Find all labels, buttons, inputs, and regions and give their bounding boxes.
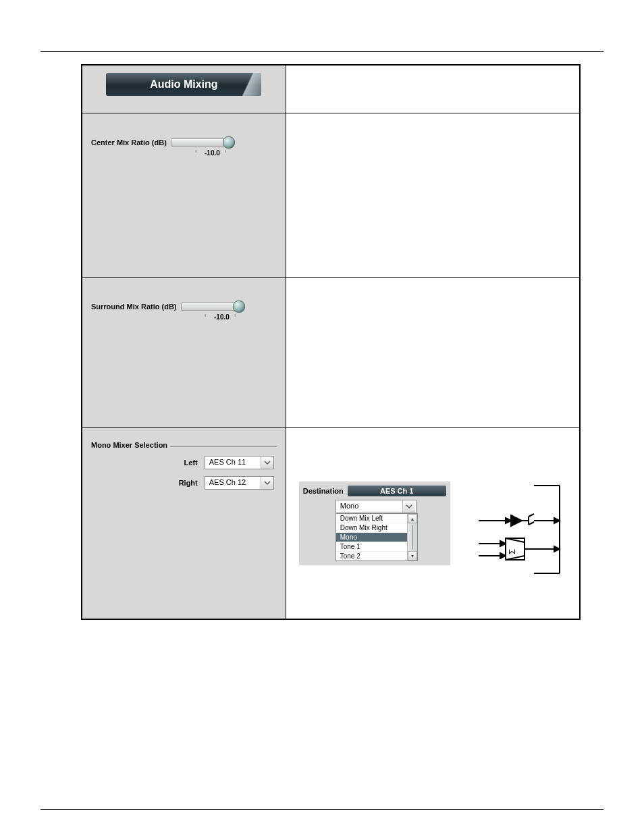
svg-marker-1 — [506, 518, 511, 523]
banner-title: Audio Mixing — [150, 78, 217, 90]
mono-legend-rule — [170, 446, 277, 447]
scroll-up-icon[interactable]: ▴ — [408, 514, 417, 523]
chevron-down-icon — [264, 479, 271, 486]
destination-combo-btn[interactable] — [402, 500, 415, 513]
controls-table: Audio Mixing Center Mix Ratio (dB) ıı — [81, 64, 581, 620]
audio-mixing-banner: Audio Mixing — [106, 73, 261, 96]
destination-combo-value: Mono — [336, 500, 402, 513]
destination-channel: AES Ch 1 — [348, 486, 446, 496]
chevron-down-icon — [406, 503, 412, 510]
routing-diagram: Σ — [466, 481, 561, 576]
center-mix-value: -10.0 — [91, 149, 277, 157]
cell-mono-right: Destination AES Ch 1 Mono — [286, 428, 580, 620]
cell-banner-right — [286, 65, 580, 113]
row-center-mix: Center Mix Ratio (dB) ıı -10.0 — [82, 113, 580, 278]
cell-banner-left: Audio Mixing — [82, 65, 286, 113]
cell-surround-right — [286, 278, 580, 428]
footer-rule — [41, 809, 603, 810]
svg-marker-9 — [500, 541, 506, 546]
center-mix-panel: Center Mix Ratio (dB) ıı -10.0 — [87, 130, 281, 163]
list-item[interactable]: Tone 2 — [336, 551, 417, 561]
center-mix-slider[interactable] — [171, 138, 233, 147]
mono-left-row: Left AES Ch 11 — [91, 456, 277, 469]
list-item[interactable]: Down Mix Right — [336, 523, 417, 532]
cell-center-right — [286, 113, 580, 278]
center-mix-row: Center Mix Ratio (dB) — [91, 138, 277, 147]
mono-right-row: Right AES Ch 12 — [91, 476, 277, 490]
mono-legend-row: Mono Mixer Selection — [91, 441, 277, 449]
destination-header: Destination AES Ch 1 — [303, 486, 446, 496]
sigma-icon: Σ — [507, 549, 517, 554]
center-mix-thumb[interactable] — [223, 136, 235, 149]
cell-surround-left: Surround Mix Ratio (dB) ıı -10.0 — [82, 278, 286, 428]
list-item-selected[interactable]: Mono — [336, 532, 417, 542]
right-flex: Destination AES Ch 1 Mono — [299, 481, 561, 576]
mono-left-value: AES Ch 11 — [205, 457, 261, 469]
mono-left-combo[interactable]: AES Ch 11 — [205, 456, 274, 469]
surround-mix-value: -10.0 — [91, 313, 277, 321]
row-mono: Mono Mixer Selection Left AES Ch 11 — [82, 428, 580, 620]
cell-center-left: Center Mix Ratio (dB) ıı -10.0 — [82, 113, 286, 278]
mono-legend: Mono Mixer Selection — [91, 441, 167, 449]
spacer — [41, 620, 603, 782]
row-surround-mix: Surround Mix Ratio (dB) ıı -10.0 — [82, 278, 580, 428]
surround-mix-slider[interactable] — [181, 303, 243, 311]
destination-listbox[interactable]: Down Mix Left Down Mix Right Mono Tone 1… — [336, 513, 418, 561]
svg-marker-7 — [554, 518, 560, 523]
destination-combo[interactable]: Mono — [336, 500, 417, 513]
destination-panel: Destination AES Ch 1 Mono — [299, 481, 450, 565]
header-rule — [41, 51, 603, 52]
surround-mix-panel: Surround Mix Ratio (dB) ıı -10.0 — [87, 294, 281, 328]
surround-mix-label: Surround Mix Ratio (dB) — [91, 303, 177, 311]
mono-right-dropdown-btn[interactable] — [261, 477, 273, 489]
svg-line-4 — [529, 514, 534, 517]
center-mix-label: Center Mix Ratio (dB) — [91, 138, 167, 147]
mono-right-label: Right — [179, 479, 198, 487]
routing-diagram-svg: Σ — [466, 481, 561, 576]
list-item[interactable]: Tone 1 — [336, 542, 417, 551]
chevron-down-icon — [264, 459, 271, 466]
destination-label: Destination — [303, 487, 344, 495]
surround-mix-row: Surround Mix Ratio (dB) — [91, 303, 277, 311]
svg-marker-16 — [554, 546, 560, 552]
mono-mixer-group: Mono Mixer Selection Left AES Ch 11 — [87, 438, 281, 506]
page: Audio Mixing Center Mix Ratio (dB) ıı — [0, 0, 644, 834]
mono-right-combo[interactable]: AES Ch 12 — [205, 476, 274, 490]
list-item[interactable]: Down Mix Left — [336, 514, 417, 523]
row-banner: Audio Mixing — [82, 65, 580, 113]
mono-left-label: Left — [184, 459, 198, 467]
surround-mix-thumb[interactable] — [233, 301, 245, 313]
scroll-down-icon[interactable]: ▾ — [408, 551, 417, 561]
mono-left-dropdown-btn[interactable] — [261, 457, 273, 469]
svg-line-5 — [529, 522, 534, 525]
cell-mono-left: Mono Mixer Selection Left AES Ch 11 — [82, 428, 286, 620]
listbox-scrollbar[interactable]: ▴ ▾ — [407, 514, 417, 561]
svg-marker-11 — [500, 553, 506, 558]
mono-right-value: AES Ch 12 — [205, 477, 261, 489]
scroll-thumb[interactable] — [412, 525, 413, 550]
right-inner: Destination AES Ch 1 Mono — [287, 429, 579, 618]
destination-body: Mono Down Mix Left Down Mix Right Mono — [336, 499, 446, 561]
